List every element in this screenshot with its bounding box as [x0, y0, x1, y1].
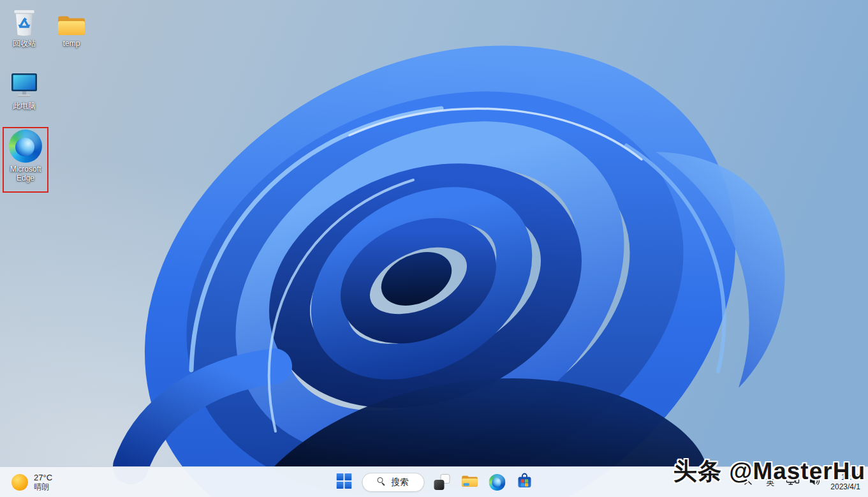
system-tray: 英 15:28 2023/4/1 — [737, 467, 868, 497]
desktop-icon-temp-folder[interactable]: temp — [48, 5, 95, 48]
chevron-up-icon — [744, 477, 753, 488]
monitor-icon — [10, 68, 39, 100]
widgets-weather-button[interactable]: 27°C 晴朗 — [6, 467, 57, 497]
search-icon — [378, 477, 387, 487]
edge-icon — [489, 474, 505, 491]
file-explorer-button[interactable] — [457, 470, 482, 495]
weather-temperature: 27°C — [34, 473, 52, 482]
ime-label: 英 — [766, 477, 774, 488]
search-box[interactable]: 搜索 — [362, 473, 424, 492]
desktop-icon-recycle-bin[interactable]: 回收站 — [1, 5, 48, 48]
folder-icon — [460, 473, 478, 491]
wallpaper-bloom — [0, 0, 868, 497]
task-view-icon — [434, 474, 450, 490]
microsoft-store-button[interactable] — [511, 470, 537, 495]
desktop-icon-label: 回收站 — [13, 39, 36, 48]
taskbar-center: 搜索 — [331, 467, 537, 497]
edge-taskbar-button[interactable] — [484, 470, 510, 495]
desktop-icon-label: Microsoft Edge — [3, 165, 48, 182]
ime-language-button[interactable]: 英 — [760, 471, 781, 493]
network-button[interactable] — [782, 471, 803, 493]
edge-icon — [9, 131, 42, 163]
volume-icon — [809, 476, 821, 489]
sun-icon — [11, 474, 28, 491]
windows-logo-icon — [336, 473, 351, 491]
tray-date: 2023/4/1 — [830, 482, 860, 492]
start-button[interactable] — [331, 470, 357, 495]
network-icon — [786, 475, 800, 489]
clock-button[interactable]: 15:28 2023/4/1 — [827, 473, 864, 492]
weather-condition: 晴朗 — [34, 482, 52, 491]
hidden-icons-button[interactable] — [737, 471, 758, 493]
search-label: 搜索 — [392, 477, 409, 488]
desktop-icon-label: 此电脑 — [13, 101, 36, 110]
desktop-icon-label: temp — [63, 39, 80, 48]
tray-time: 15:28 — [841, 473, 860, 482]
desktop-icon-microsoft-edge[interactable]: Microsoft Edge — [2, 131, 49, 182]
desktop-icon-this-pc[interactable]: 此电脑 — [1, 68, 48, 110]
folder-icon — [56, 5, 87, 37]
volume-button[interactable] — [804, 471, 825, 493]
store-icon — [516, 473, 533, 492]
taskbar: 27°C 晴朗 搜索 — [0, 466, 868, 497]
task-view-button[interactable] — [429, 470, 455, 495]
recycle-bin-icon — [11, 5, 38, 37]
